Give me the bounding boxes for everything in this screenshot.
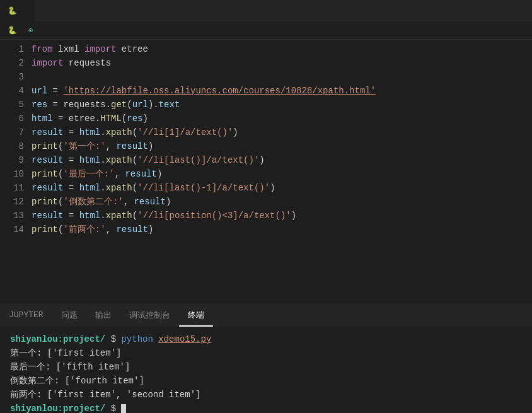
term-cmd-file: xdemo15.py bbox=[158, 334, 211, 344]
terminal-final-prompt: shiyanlou:project/ $ bbox=[10, 402, 522, 413]
code-line-4: url = 'https://labfile.oss.aliyuncs.com/… bbox=[32, 84, 532, 98]
panel-tab-终端[interactable]: 终端 bbox=[179, 305, 213, 327]
code-line-1: from lxml import etree bbox=[32, 42, 532, 56]
tab-xdemo15[interactable]: 🐍 bbox=[0, 0, 35, 22]
code-line-2: import requests bbox=[32, 56, 532, 70]
term-dollar2: $ bbox=[105, 404, 121, 413]
term-prompt: shiyanlou:project/ bbox=[10, 334, 105, 344]
code-line-8: print('第一个:', result) bbox=[32, 139, 532, 153]
panel-tab-问题[interactable]: 问题 bbox=[52, 305, 86, 327]
terminal-output-2: 倒数第二个: ['fourth item'] bbox=[10, 374, 522, 388]
tab-close-button[interactable] bbox=[25, 9, 27, 12]
term-prompt2: shiyanlou:project/ bbox=[10, 404, 105, 413]
terminal-output-0: 第一个: ['first item'] bbox=[10, 346, 522, 360]
term-cmd-python: python bbox=[121, 334, 153, 344]
breadcrumb-symbol-icon: ⊙ bbox=[28, 26, 33, 35]
bottom-panel: JUPYTER问题输出调试控制台终端 shiyanlou:project/ $ … bbox=[0, 305, 532, 413]
panel-tab-bar: JUPYTER问题输出调试控制台终端 bbox=[0, 305, 532, 327]
tab-bar: 🐍 bbox=[0, 0, 532, 22]
terminal-output-1: 最后一个: ['fifth item'] bbox=[10, 360, 522, 374]
code-line-5: res = requests.get(url).text bbox=[32, 98, 532, 112]
code-line-14: print('前两个:', result) bbox=[32, 223, 532, 236]
python-file-icon: 🐍 bbox=[8, 6, 17, 16]
code-editor: 1234567891011121314 from lxml import etr… bbox=[0, 40, 532, 305]
code-line-9: result = html.xpath('//li[last()]/a/text… bbox=[32, 153, 532, 167]
panel-tab-调试控制台[interactable]: 调试控制台 bbox=[120, 305, 179, 327]
code-line-13: result = html.xpath('//li[position()<3]/… bbox=[32, 209, 532, 223]
breadcrumb: 🐍 ⊙ bbox=[0, 22, 532, 40]
terminal[interactable]: shiyanlou:project/ $ python xdemo15.py第一… bbox=[0, 327, 532, 413]
panel-tab-输出[interactable]: 输出 bbox=[86, 305, 120, 327]
line-numbers: 1234567891011121314 bbox=[0, 40, 32, 305]
code-line-12: print('倒数第二个:', result) bbox=[32, 195, 532, 209]
term-dollar: $ bbox=[105, 334, 121, 344]
term-cursor bbox=[121, 404, 126, 413]
panel-tab-JUPYTER[interactable]: JUPYTER bbox=[0, 305, 52, 327]
code-line-3 bbox=[32, 70, 532, 84]
terminal-output-3: 前两个: ['first item', 'second item'] bbox=[10, 388, 522, 402]
code-line-7: result = html.xpath('//li[1]/a/text()') bbox=[32, 125, 532, 139]
code-content[interactable]: from lxml import etreeimport requests ur… bbox=[32, 40, 532, 305]
code-line-6: html = etree.HTML(res) bbox=[32, 112, 532, 125]
code-line-11: result = html.xpath('//li[last()-1]/a/te… bbox=[32, 181, 532, 195]
code-line-10: print('最后一个:', result) bbox=[32, 167, 532, 181]
breadcrumb-file-icon: 🐍 bbox=[8, 26, 17, 35]
terminal-command-line: shiyanlou:project/ $ python xdemo15.py bbox=[10, 332, 522, 346]
